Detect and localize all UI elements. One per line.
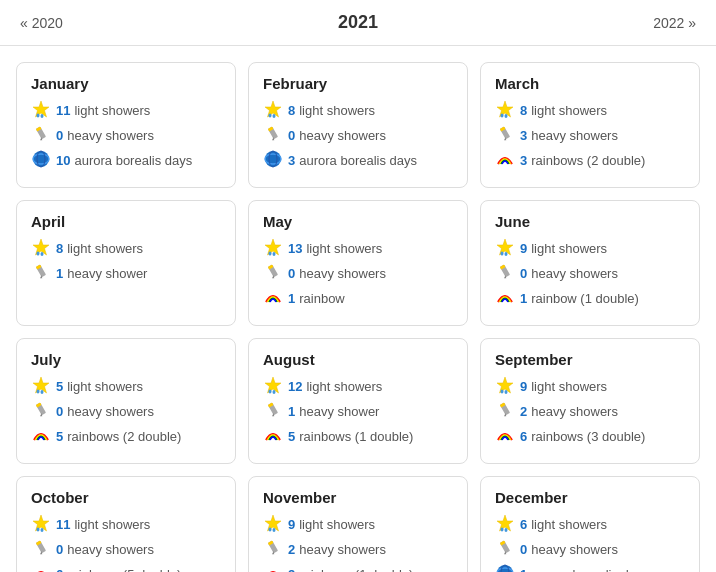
stat-row: 2heavy showers — [263, 539, 453, 560]
month-card-march[interactable]: March 8light showers 3heavy showers 3rai… — [480, 62, 700, 188]
month-card-may[interactable]: May 13light showers 0heavy showers 1rain… — [248, 200, 468, 326]
stat-number: 11 — [56, 517, 70, 532]
stat-label: rainbows (3 double) — [531, 429, 645, 444]
stat-label: light showers — [67, 379, 143, 394]
stat-number: 5 — [288, 429, 295, 444]
month-card-november[interactable]: November 9light showers 2heavy showers 3… — [248, 476, 468, 572]
stat-row: 13light showers — [263, 238, 453, 259]
stat-label: heavy showers — [67, 128, 154, 143]
stat-label: aurora borealis days — [299, 153, 417, 168]
svg-point-19 — [501, 114, 504, 118]
month-card-january[interactable]: January 11light showers 0heavy showers 1… — [16, 62, 236, 188]
svg-point-73 — [501, 528, 504, 532]
month-name: May — [263, 213, 453, 230]
stat-label: light showers — [74, 517, 150, 532]
stat-row: 1aurora borealis day — [495, 564, 685, 572]
rainbow-icon — [263, 288, 283, 309]
stat-label: light showers — [306, 241, 382, 256]
month-card-august[interactable]: August 12light showers 1heavy shower 5ra… — [248, 338, 468, 464]
rainbow-icon — [31, 426, 51, 447]
stat-label: rainbows (1 double) — [299, 567, 413, 572]
stat-label: rainbows (5 double) — [67, 567, 181, 572]
stat-label: heavy showers — [299, 266, 386, 281]
month-card-september[interactable]: September 9light showers 2heavy showers … — [480, 338, 700, 464]
shower_heavy-icon — [263, 539, 283, 560]
svg-point-56 — [505, 390, 508, 394]
stat-row: 0heavy showers — [31, 125, 221, 146]
svg-point-37 — [501, 252, 504, 256]
year-title: 2021 — [338, 12, 378, 33]
month-name: August — [263, 351, 453, 368]
aurora-icon — [495, 564, 515, 572]
month-card-april[interactable]: April 8light showers 1heavy shower — [16, 200, 236, 326]
shower_light-icon — [495, 514, 515, 535]
rainbow-icon — [495, 150, 515, 171]
stat-number: 1 — [288, 291, 295, 306]
stat-label: heavy showers — [67, 542, 154, 557]
month-name: July — [31, 351, 221, 368]
svg-point-74 — [505, 528, 508, 532]
month-card-july[interactable]: July 5light showers 0heavy showers 5rain… — [16, 338, 236, 464]
stat-number: 8 — [56, 241, 63, 256]
svg-point-61 — [37, 528, 40, 532]
shower_light-icon — [495, 376, 515, 397]
month-card-february[interactable]: February 8light showers 0heavy showers 3… — [248, 62, 468, 188]
stat-row: 0heavy showers — [495, 263, 685, 284]
stat-row: 8light showers — [495, 100, 685, 121]
stat-number: 9 — [288, 517, 295, 532]
stat-number: 3 — [288, 153, 295, 168]
stat-number: 0 — [520, 542, 527, 557]
stat-row: 5rainbows (2 double) — [31, 426, 221, 447]
months-grid: January 11light showers 0heavy showers 1… — [0, 46, 716, 572]
shower_heavy-icon — [263, 263, 283, 284]
stat-row: 6rainbows (3 double) — [495, 426, 685, 447]
shower_light-icon — [31, 100, 51, 121]
svg-point-49 — [269, 390, 272, 394]
next-year-link[interactable]: 2022 » — [653, 15, 696, 31]
stat-number: 8 — [520, 103, 527, 118]
shower_heavy-icon — [31, 401, 51, 422]
shower_light-icon — [495, 100, 515, 121]
stat-number: 6 — [520, 517, 527, 532]
month-name: February — [263, 75, 453, 92]
stat-number: 0 — [288, 128, 295, 143]
aurora-icon — [31, 150, 51, 171]
stat-label: rainbows (2 double) — [67, 429, 181, 444]
svg-point-1 — [37, 114, 40, 118]
month-name: November — [263, 489, 453, 506]
rainbow-icon — [31, 564, 51, 572]
stat-label: light showers — [531, 103, 607, 118]
month-card-june[interactable]: June 9light showers 0heavy showers 1rain… — [480, 200, 700, 326]
stat-label: heavy showers — [531, 266, 618, 281]
stat-label: heavy shower — [67, 266, 147, 281]
shower_light-icon — [495, 238, 515, 259]
svg-point-31 — [269, 252, 272, 256]
month-card-december[interactable]: December 6light showers 0heavy showers 1… — [480, 476, 700, 572]
svg-point-2 — [41, 114, 44, 118]
stat-label: light showers — [306, 379, 382, 394]
stat-label: heavy showers — [67, 404, 154, 419]
prev-year-link[interactable]: « 2020 — [20, 15, 63, 31]
stat-row: 3rainbows (2 double) — [495, 150, 685, 171]
stat-row: 1heavy shower — [31, 263, 221, 284]
stat-number: 3 — [520, 153, 527, 168]
svg-point-20 — [505, 114, 508, 118]
svg-point-62 — [41, 528, 44, 532]
stat-row: 3heavy showers — [495, 125, 685, 146]
stat-row: 11light showers — [31, 100, 221, 121]
stat-label: light showers — [299, 103, 375, 118]
shower_light-icon — [263, 376, 283, 397]
stat-number: 1 — [520, 291, 527, 306]
month-card-october[interactable]: October 11light showers 0heavy showers 6… — [16, 476, 236, 572]
stat-row: 3aurora borealis days — [263, 150, 453, 171]
stat-row: 10aurora borealis days — [31, 150, 221, 171]
shower_light-icon — [31, 514, 51, 535]
stat-row: 8light showers — [31, 238, 221, 259]
stat-number: 1 — [56, 266, 63, 281]
stat-row: 3rainbows (1 double) — [263, 564, 453, 572]
month-name: January — [31, 75, 221, 92]
stat-label: light showers — [299, 517, 375, 532]
shower_heavy-icon — [495, 125, 515, 146]
stat-number: 0 — [56, 404, 63, 419]
stat-label: heavy showers — [299, 128, 386, 143]
